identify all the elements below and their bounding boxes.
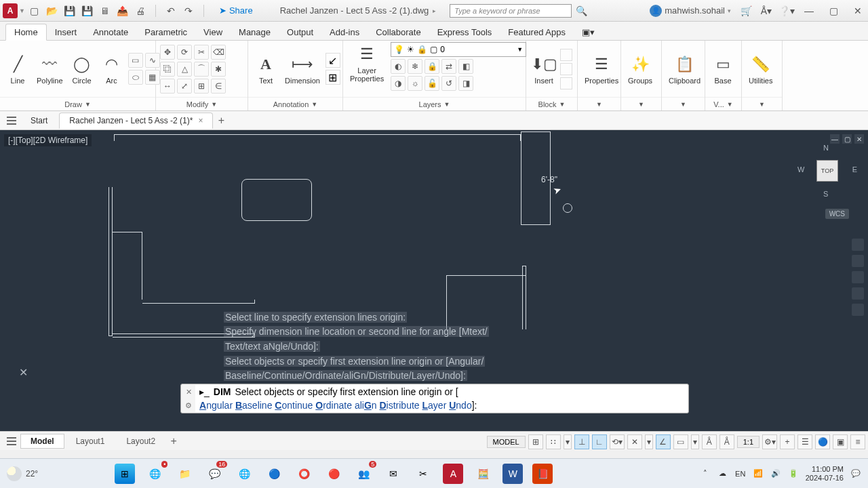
volume-icon[interactable]: 🔊 [770, 468, 781, 479]
menu-icon[interactable] [4, 113, 19, 128]
onedrive-icon[interactable]: ☁ [717, 468, 728, 479]
customize-icon[interactable]: ☰ [797, 434, 812, 449]
nav-orbit-icon[interactable] [852, 287, 864, 300]
layer-thaw-icon[interactable]: ☼ [408, 76, 422, 91]
title-caret[interactable]: ▸ [433, 7, 436, 14]
canvas-close-icon[interactable]: ✕ [854, 134, 864, 144]
tab-file[interactable]: Rachel Janzen - Lect 5 Ass -2 (1)*× [59, 113, 213, 129]
arc-button[interactable]: ◠Arc [98, 52, 125, 86]
hw-accel-icon[interactable]: 🔵 [815, 434, 830, 449]
move-icon[interactable]: ✥ [160, 45, 175, 60]
tab-view[interactable]: View [195, 24, 231, 40]
ortho-icon[interactable]: ⊥ [574, 434, 589, 449]
lwt-icon[interactable]: ▭ [673, 434, 688, 449]
layer-on-icon[interactable]: ◑ [391, 76, 406, 91]
search-input[interactable]: Type a keyword or phrase [450, 4, 572, 18]
edit-block-icon[interactable] [560, 63, 572, 75]
web-save-icon[interactable]: 📤 [117, 5, 128, 16]
app-menu-caret[interactable]: ▼ [19, 7, 25, 14]
user-account[interactable]: 👤 mahwish.sohail▾ [650, 5, 731, 17]
insert-block-button[interactable]: ⬇▢Insert [530, 52, 557, 86]
canvas-min-icon[interactable]: — [830, 134, 840, 144]
clean-screen-icon[interactable]: ▣ [833, 434, 848, 449]
help-icon[interactable]: ❔▾ [781, 5, 792, 16]
stretch-icon[interactable]: ↔ [160, 79, 175, 94]
close-tab-icon[interactable]: × [198, 116, 203, 125]
add-layout-button[interactable]: + [167, 435, 180, 447]
saveas-icon[interactable]: 💾 [82, 5, 93, 16]
edge-icon[interactable]: 🔵 [264, 464, 284, 484]
drawing-canvas[interactable]: [-][Top][2D Wireframe] —▢✕ 6'-8" ➤ ✕ N W… [0, 130, 868, 431]
word-icon[interactable]: W [502, 464, 523, 484]
minimize-button[interactable]: — [802, 3, 816, 18]
line-button[interactable]: ╱Line [4, 52, 31, 86]
command-line[interactable]: ✕ ⚙ ▸_ DIM Select objects or specify fir… [180, 384, 689, 413]
layer-prev-icon[interactable]: ↺ [441, 76, 456, 91]
model-space-toggle[interactable]: MODEL [487, 436, 526, 448]
tab-express-tools[interactable]: Express Tools [429, 24, 500, 40]
copy-icon[interactable]: ⿻ [160, 62, 175, 77]
weather-widget[interactable]: 22° [0, 466, 45, 481]
undo-icon[interactable]: ↶ [165, 5, 176, 16]
autocad-taskbar-icon[interactable]: A [443, 464, 463, 484]
open-icon[interactable]: 📂 [47, 5, 58, 16]
search-icon[interactable]: 🔍 [576, 5, 587, 16]
tab-addins[interactable]: Add-ins [321, 24, 368, 40]
grid-icon[interactable]: ⊞ [528, 434, 543, 449]
plus-icon[interactable]: + [780, 434, 795, 449]
offset-icon[interactable]: ∈ [211, 79, 226, 94]
leader-icon[interactable]: ↙ [326, 53, 340, 68]
notifications-icon[interactable]: 💬 [850, 468, 861, 479]
snap-icon[interactable]: ∷ [546, 434, 561, 449]
layout-menu-icon[interactable] [4, 434, 19, 449]
explode-icon[interactable]: ✱ [211, 62, 226, 77]
teams-chat-icon[interactable]: 💬16 [204, 464, 224, 484]
plot-icon[interactable]: 🖨 [135, 5, 146, 16]
nav-showmotion-icon[interactable] [852, 304, 864, 316]
tab-start[interactable]: Start [20, 113, 58, 129]
viewcube[interactable]: N W E S TOP [800, 144, 854, 198]
fillet-icon[interactable]: ⌒ [194, 62, 209, 77]
close-button[interactable]: ✕ [850, 3, 865, 18]
osnap-dropdown-icon[interactable]: ▾ [645, 434, 653, 449]
layer-match-icon[interactable]: ⇄ [441, 59, 456, 74]
layer-lock-icon[interactable]: 🔒 [425, 59, 439, 74]
tab-layout1[interactable]: Layout1 [66, 434, 115, 449]
save-icon[interactable]: 💾 [64, 5, 75, 16]
cmd-options-icon[interactable]: ⚙ [185, 401, 192, 410]
tab-parametric[interactable]: Parametric [136, 24, 195, 40]
tab-collaborate[interactable]: Collaborate [368, 24, 429, 40]
app-icon[interactable]: 🔴 [323, 464, 344, 484]
table-icon[interactable]: ⊞ [326, 70, 340, 85]
tab-home[interactable]: Home [5, 24, 47, 41]
nav-zoom-icon[interactable] [852, 271, 864, 283]
anno-icon[interactable]: Å [702, 434, 717, 449]
chrome-icon[interactable]: 🌐• [144, 464, 165, 484]
base-button[interactable]: ▭Base [709, 52, 736, 86]
polyline-button[interactable]: 〰Polyline [34, 52, 66, 86]
maximize-button[interactable]: ▢ [826, 3, 841, 18]
layer-iso-icon[interactable]: ◧ [458, 59, 473, 74]
explorer-icon[interactable]: 📁 [174, 464, 195, 484]
new-icon[interactable]: ▢ [29, 5, 40, 16]
outlook-icon[interactable]: ✉ [383, 464, 403, 484]
anno-auto-icon[interactable]: Å [719, 434, 734, 449]
opera-icon[interactable]: ⭕ [294, 464, 314, 484]
polar-icon[interactable]: ∟ [592, 434, 607, 449]
autodesk-app-icon[interactable]: Å▾ [761, 5, 772, 16]
tab-insert[interactable]: Insert [47, 24, 85, 40]
scale-icon[interactable]: ⤢ [177, 79, 192, 94]
pdf-icon[interactable]: 📕 [532, 464, 553, 484]
array-icon[interactable]: ⊞ [194, 79, 209, 94]
layer-uniso-icon[interactable]: ◨ [458, 76, 473, 91]
utilities-button[interactable]: 📏Utilities [746, 52, 775, 86]
create-block-icon[interactable] [560, 49, 572, 61]
wcs-badge[interactable]: WCS [825, 209, 849, 219]
nav-wheel-icon[interactable] [852, 239, 864, 251]
lwt-dropdown-icon[interactable]: ▾ [691, 434, 699, 449]
wifi-icon[interactable]: 📶 [753, 468, 764, 479]
clock[interactable]: 11:00 PM2024-07-16 [806, 465, 844, 481]
tab-layout2[interactable]: Layout2 [116, 434, 165, 449]
layer-dropdown[interactable]: 💡☀🔒▢ 0 ▼ [391, 42, 526, 57]
properties-button[interactable]: ☰Properties [582, 52, 621, 86]
